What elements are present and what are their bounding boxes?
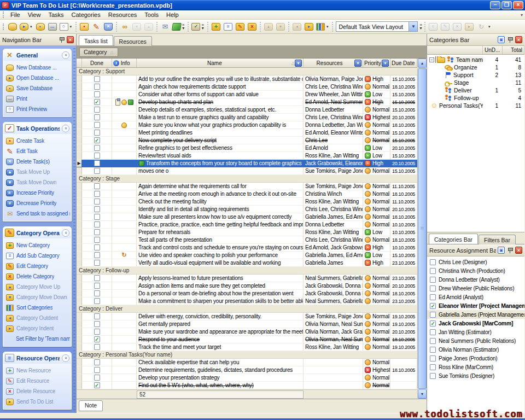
resource-checkbox[interactable] [430, 312, 436, 318]
task-row[interactable]: Do a personal or team de-briefing about … [77, 290, 417, 298]
nav-item-print[interactable]: ▬Print [6, 94, 70, 104]
done-checkbox[interactable] [94, 321, 100, 327]
task-row[interactable]: Review/test visual aidsRoss Kline, Jan W… [77, 152, 417, 160]
done-checkbox[interactable] [94, 114, 100, 120]
nav-item-save-database[interactable]: ▪Save Database [6, 83, 70, 94]
resource-checkbox[interactable] [430, 329, 436, 335]
header-done[interactable]: Done [82, 59, 112, 67]
resource-checkbox[interactable] [430, 364, 436, 370]
task-row[interactable]: Make sure all presenters know how to use… [77, 213, 417, 221]
done-cell[interactable] [82, 75, 112, 83]
done-checkbox[interactable] [94, 206, 100, 212]
nav-item-task-move-up[interactable]: ▴Task Move Up [6, 167, 70, 177]
menu-help[interactable]: Help [162, 11, 183, 19]
done-checkbox[interactable] [94, 145, 100, 151]
done-cell[interactable] [82, 106, 112, 114]
task-row[interactable]: Track the time and meet your targetRoss … [77, 343, 417, 351]
done-cell[interactable] [82, 206, 112, 213]
resource-checkbox[interactable] [430, 355, 436, 361]
task-row[interactable]: Arrive at the meeting room enough in adv… [77, 190, 417, 198]
done-checkbox[interactable]: ✓ [94, 382, 100, 388]
resource-checkbox[interactable] [430, 268, 436, 274]
resource-item-gabriella-james-project-management[interactable]: Gabriella James (Project Management) [427, 310, 524, 319]
done-cell[interactable] [82, 121, 112, 129]
menu-file[interactable]: File [7, 11, 24, 19]
done-cell[interactable]: ✓ [82, 382, 112, 389]
task-row[interactable]: ✓Respond to your audienceOlivia Norman, … [77, 336, 417, 343]
done-cell[interactable] [82, 91, 112, 98]
task-row[interactable]: Deliver with energy, conviction, credibi… [77, 313, 417, 320]
done-checkbox[interactable] [94, 275, 100, 281]
done-cell[interactable] [82, 252, 112, 259]
done-cell[interactable]: ✓ [82, 336, 112, 343]
tab-tasks-list[interactable]: Tasks list [79, 35, 113, 45]
task-row[interactable]: ✓Now complete your delivery scriptChris … [77, 137, 417, 144]
done-checkbox[interactable] [94, 191, 100, 197]
done-checkbox[interactable] [94, 375, 100, 381]
window-position-icon[interactable]: ▣ [498, 247, 505, 254]
done-cell[interactable] [82, 144, 112, 152]
resource-checkbox[interactable] [430, 277, 436, 283]
done-checkbox[interactable] [94, 84, 100, 90]
category-tree-row-personal-tasks-your-r[interactable]: ☺Personal Tasks(Your r111 [427, 102, 524, 109]
category-tree-row-deliver[interactable]: Deliver15 [427, 86, 524, 94]
task-row[interactable]: Make sure your wardrobe and appearance a… [77, 328, 417, 336]
done-checkbox[interactable] [94, 91, 100, 97]
vertical-scrollbar[interactable]: ▲ ▼ [417, 59, 427, 399]
open-database-button[interactable]: ▸▾ [19, 21, 34, 33]
scroll-up-icon[interactable]: ▲ [418, 59, 427, 68]
done-cell[interactable] [82, 275, 112, 282]
task-row[interactable]: Apply lessons-learned to future presenta… [77, 275, 417, 282]
resource-item-sue-tomkins-designer[interactable]: Sue Tomkins (Designer) [427, 371, 524, 380]
minimize-button[interactable]: – [490, 1, 500, 9]
task-row[interactable]: moves one oSue Tomkins, Paige JonesNorma… [77, 167, 417, 175]
task-row[interactable]: Make a test run to ensure graphics quali… [77, 114, 417, 121]
delete-task-button[interactable]: × [102, 21, 114, 33]
task-view-layout-combo[interactable]: Default Task View Layout▼ [336, 21, 418, 32]
collapse-icon[interactable]: « [62, 354, 69, 362]
nav-group-header-category-operati[interactable]: ✎Category Operati...« [3, 227, 71, 238]
resource-item-neal-summers-public-relations[interactable]: Neal Summers (Public Relations) [427, 336, 524, 345]
pin-icon[interactable] [507, 247, 513, 253]
nav-item-delete-resource[interactable]: ×Delete Resource [6, 386, 70, 396]
task-row[interactable]: Consider what other forms of support can… [77, 91, 417, 98]
done-cell[interactable] [82, 221, 112, 229]
done-cell[interactable] [82, 320, 112, 328]
done-cell[interactable] [82, 198, 112, 206]
resource-checkbox[interactable] [430, 259, 436, 265]
done-checkbox[interactable] [94, 229, 100, 235]
done-cell[interactable] [82, 343, 112, 351]
task-row[interactable]: Assign action items and make sure they g… [77, 282, 417, 290]
resource-checkbox[interactable]: ✓ [430, 320, 436, 326]
resource-item-paige-jones-production[interactable]: Paige Jones (Production) [427, 354, 524, 363]
done-cell[interactable] [82, 229, 112, 236]
done-cell[interactable] [82, 236, 112, 244]
done-cell[interactable]: ✓ [82, 98, 112, 106]
resource-checkbox[interactable] [430, 373, 436, 379]
nav-item-send-task-to-assigned-res[interactable]: ✉Send task to assigned res... [6, 208, 70, 219]
done-checkbox[interactable] [94, 199, 100, 205]
done-cell[interactable] [82, 167, 112, 175]
task-row[interactable]: Track and control costs and schedule to … [77, 244, 417, 252]
done-cell[interactable] [82, 244, 112, 252]
done-checkbox[interactable] [94, 313, 100, 319]
category-tree-row-follow-up[interactable]: Follow-up4 [427, 94, 524, 102]
task-row[interactable]: Make a commitment to sharpen your presen… [77, 298, 417, 305]
task-row[interactable]: ▶Transform the concepts from your story … [77, 160, 417, 167]
resource-checkbox[interactable] [430, 338, 436, 344]
task-row[interactable]: Test all parts of the presentationChris … [77, 236, 417, 244]
resource-item-chris-lee-designer[interactable]: Chris Lee (Designer) [427, 258, 524, 266]
done-cell[interactable]: ✓ [82, 137, 112, 144]
task-row[interactable]: Identify and list in detail all staging … [77, 206, 417, 213]
done-cell[interactable] [82, 374, 112, 382]
resource-item-eleanor-winter-project-management[interactable]: ✓Eleanor Winter [Project Management] [427, 301, 524, 310]
save-database-button[interactable]: ▪ [34, 21, 46, 33]
done-checkbox[interactable] [94, 252, 100, 258]
nav-item-task-move-down[interactable]: ▾Task Move Down [6, 177, 70, 188]
nav-item-add-sub-category[interactable]: ≡Add Sub Category [6, 250, 70, 261]
header-undone[interactable]: UnD... [483, 46, 503, 54]
resource-item-jack-grabowski-marcomm[interactable]: ✓Jack Grabowski [MarComm] [427, 319, 524, 328]
scroll-down-icon[interactable]: ▼ [418, 389, 427, 399]
header-resources[interactable]: Resources ▼ [304, 59, 363, 67]
collapse-icon[interactable]: « [62, 125, 69, 132]
